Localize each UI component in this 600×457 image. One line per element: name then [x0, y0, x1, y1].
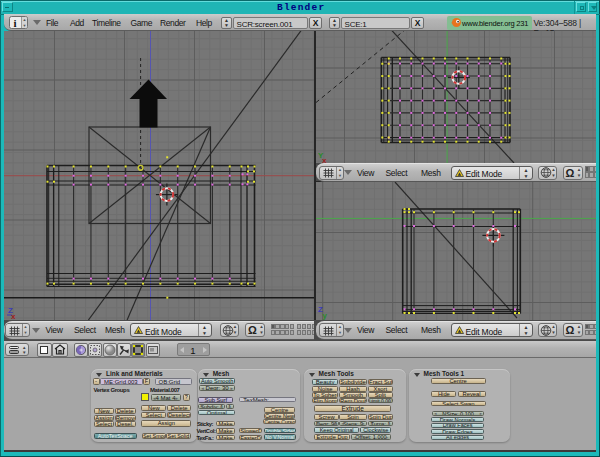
svg-text:y: y — [323, 311, 328, 320]
svg-text:x: x — [11, 312, 16, 320]
svg-text:x: x — [322, 156, 327, 163]
